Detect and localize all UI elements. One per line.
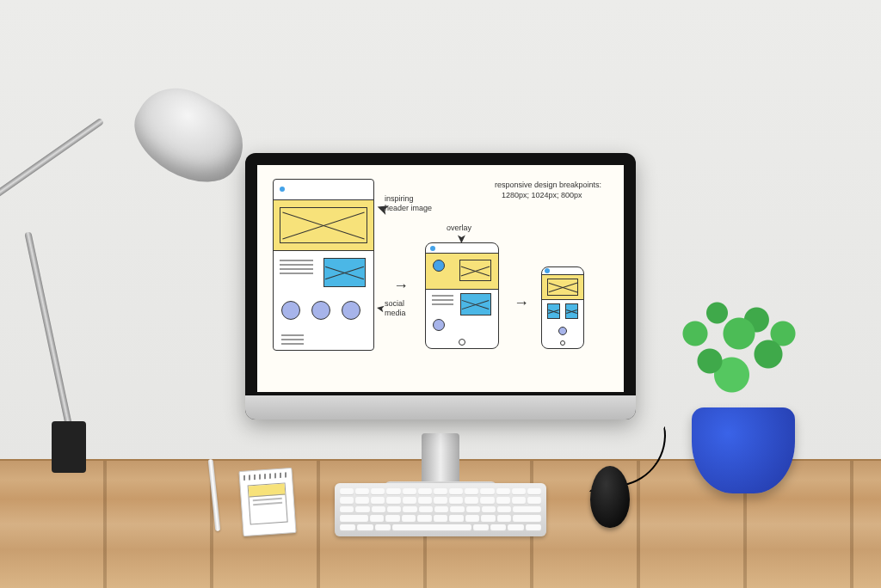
computer-mouse xyxy=(590,466,630,528)
wireframe-phone xyxy=(541,266,584,349)
annotation-social-media: social media xyxy=(385,299,406,318)
arrow-icon: ➤ xyxy=(455,234,469,244)
monitor-chin xyxy=(245,395,636,420)
plant-pot xyxy=(692,407,795,493)
annotation-overlay: overlay xyxy=(447,224,471,233)
annotation-breakpoints-title: responsive design breakpoints: xyxy=(495,181,601,190)
wireframe-tablet xyxy=(425,242,499,349)
keyboard xyxy=(335,483,546,536)
arrow-icon: ➤ xyxy=(373,198,392,220)
plant-foliage xyxy=(666,279,812,416)
monitor: inspiring header image ➤ overlay ➤ socia… xyxy=(245,153,636,420)
annotation-header-image: inspiring header image xyxy=(385,194,432,213)
flow-arrow-icon: → xyxy=(514,294,529,312)
flow-arrow-icon: → xyxy=(393,277,409,295)
monitor-screen: inspiring header image ➤ overlay ➤ socia… xyxy=(257,165,624,392)
notepad xyxy=(238,468,296,536)
annotation-breakpoints-values: 1280px; 1024px; 800px xyxy=(502,191,582,200)
wireframe-desktop xyxy=(273,179,374,351)
